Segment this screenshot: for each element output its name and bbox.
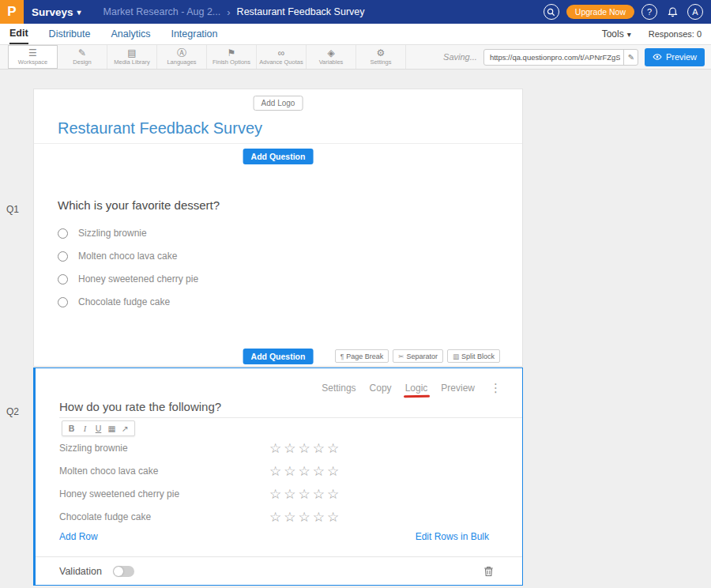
validation-label: Validation: [59, 566, 102, 577]
rating-row-label[interactable]: Honey sweetened cherry pie: [59, 488, 269, 499]
question-copy-action[interactable]: Copy: [370, 383, 392, 394]
block-action-buttons: ¶ Page Break ✂ Separator ▥ Split Block: [335, 349, 500, 363]
survey-block-2-selected[interactable]: Settings Copy Logic Preview ⋮ How do you…: [33, 368, 523, 586]
rating-row: Honey sweetened cherry pie ☆☆☆☆☆: [59, 485, 502, 503]
add-question-button-bottom[interactable]: Add Question: [243, 349, 314, 364]
validation-toggle[interactable]: [113, 566, 134, 577]
settings-gear-icon: ⚙: [377, 48, 386, 58]
surveys-menu[interactable]: Surveys ▾: [32, 6, 81, 18]
star-rating-icons[interactable]: ☆☆☆☆☆: [269, 440, 341, 457]
add-logo-button[interactable]: Add Logo: [254, 96, 303, 111]
question-mark-icon: ?: [647, 7, 652, 17]
toolbar-item-languages[interactable]: Ⓐ Languages: [157, 45, 207, 69]
question-logic-action[interactable]: Logic: [405, 383, 428, 394]
survey-url-input[interactable]: [483, 49, 638, 66]
edit-url-pencil-icon[interactable]: ✎: [623, 49, 638, 66]
option-label: Honey sweetened cherry pie: [78, 273, 198, 285]
survey-title[interactable]: Restaurant Feedback Survey: [58, 119, 262, 138]
star-rating-icons[interactable]: ☆☆☆☆☆: [269, 463, 341, 480]
breadcrumb: Market Research - Aug 2... › Restaurant …: [103, 6, 365, 18]
bell-icon: [667, 6, 679, 18]
survey-block-1: Add Logo Restaurant Feedback Survey Add …: [33, 89, 523, 367]
delete-question-button[interactable]: [483, 566, 494, 577]
tab-analytics[interactable]: Analytics: [111, 24, 150, 44]
edit-rows-in-bulk-link[interactable]: Edit Rows in Bulk: [416, 531, 489, 542]
answer-option[interactable]: Honey sweetened cherry pie: [58, 273, 198, 285]
preview-label: Preview: [666, 52, 697, 62]
workspace-icon: ☰: [28, 48, 37, 58]
rating-row: Chocolate fudge cake ☆☆☆☆☆: [59, 508, 502, 526]
search-button[interactable]: [544, 4, 559, 20]
tab-edit[interactable]: Edit: [9, 24, 28, 44]
italic-button[interactable]: I: [78, 424, 92, 433]
design-icon: ✎: [78, 48, 86, 58]
question-actions: Settings Copy Logic Preview ⋮: [322, 381, 502, 395]
toolbar-item-workspace[interactable]: ☰ Workspace: [8, 45, 58, 69]
toolbar-item-label: Variables: [319, 58, 344, 66]
question-footer-divider: [36, 556, 522, 557]
option-label: Molten choco lava cake: [78, 251, 177, 262]
add-row-link[interactable]: Add Row: [59, 531, 98, 542]
account-avatar[interactable]: A: [687, 4, 703, 20]
question-settings-action[interactable]: Settings: [322, 383, 356, 394]
page-break-icon: ¶: [340, 352, 344, 360]
add-question-button-top[interactable]: Add Question: [243, 149, 314, 164]
upgrade-now-button[interactable]: Upgrade Now: [566, 5, 634, 19]
radio-icon[interactable]: [58, 251, 68, 262]
notifications-button[interactable]: [664, 4, 680, 20]
toolbar-item-label: Finish Options: [213, 58, 250, 66]
answer-option[interactable]: Chocolate fudge cake: [58, 296, 170, 308]
rating-row-label[interactable]: Sizzling brownie: [59, 443, 269, 454]
underline-button[interactable]: U: [92, 424, 105, 433]
header-divider: [34, 143, 522, 144]
insert-image-icon[interactable]: ▦: [105, 424, 118, 433]
toolbar-item-advance-quotas[interactable]: ∞ Advance Quotas: [257, 45, 307, 69]
star-rating-icons[interactable]: ☆☆☆☆☆: [269, 509, 341, 526]
option-label: Chocolate fudge cake: [78, 296, 170, 307]
answer-option[interactable]: Sizzling brownie: [58, 227, 147, 239]
radio-icon[interactable]: [58, 274, 68, 285]
split-block-icon: ▥: [453, 352, 459, 360]
question-2-text[interactable]: How do you rate the following?: [59, 400, 221, 413]
question-text-underline: [59, 417, 522, 418]
toolbar-item-variables[interactable]: ◈ Variables: [307, 45, 356, 69]
question-1-text[interactable]: Which is your favorite dessert?: [58, 198, 220, 212]
toolbar-item-settings[interactable]: ⚙ Settings: [356, 45, 406, 69]
eye-icon: [653, 52, 662, 62]
answer-option[interactable]: Molten choco lava cake: [58, 250, 177, 262]
tools-menu[interactable]: Tools ▾: [602, 28, 631, 40]
survey-canvas: Q1 Q2 Add Logo Restaurant Feedback Surve…: [0, 70, 711, 588]
separator-button[interactable]: ✂ Separator: [393, 349, 443, 363]
radio-icon[interactable]: [58, 228, 68, 239]
toolbar-item-finish-options[interactable]: ⚑ Finish Options: [207, 45, 257, 69]
editor-toolbar: ☰ Workspace ✎ Design ▤ Media Library Ⓐ L…: [0, 45, 711, 70]
trash-icon: [483, 566, 494, 577]
rating-row-label[interactable]: Molten choco lava cake: [59, 466, 269, 477]
preview-button[interactable]: Preview: [645, 48, 705, 66]
section-nav: Edit Distribute Analytics Integration To…: [0, 24, 711, 45]
breadcrumb-parent[interactable]: Market Research - Aug 2...: [103, 6, 221, 17]
insert-link-icon[interactable]: ↗: [118, 424, 132, 433]
star-rating-icons[interactable]: ☆☆☆☆☆: [269, 486, 341, 503]
advance-quotas-icon: ∞: [278, 48, 285, 58]
toolbar-item-design[interactable]: ✎ Design: [58, 45, 107, 69]
tab-distribute[interactable]: Distribute: [49, 24, 91, 44]
responses-count[interactable]: Responses: 0: [649, 29, 702, 39]
split-block-button[interactable]: ▥ Split Block: [447, 349, 500, 363]
page-break-button[interactable]: ¶ Page Break: [335, 349, 389, 363]
help-button[interactable]: ?: [641, 4, 657, 20]
chevron-down-icon: ▾: [627, 30, 631, 39]
question-preview-action[interactable]: Preview: [441, 383, 475, 394]
bold-button[interactable]: B: [65, 424, 78, 433]
more-options-icon[interactable]: ⋮: [490, 381, 502, 395]
radio-icon[interactable]: [58, 297, 68, 307]
toolbar-item-label: Workspace: [18, 58, 47, 66]
questionpro-logo[interactable]: P: [0, 0, 24, 24]
question-2-label: Q2: [6, 406, 19, 417]
toolbar-item-media-library[interactable]: ▤ Media Library: [107, 45, 157, 69]
toolbar-right: Saving... ✎ Preview: [443, 45, 711, 69]
toolbar-item-label: Languages: [167, 58, 196, 66]
page-break-label: Page Break: [346, 352, 383, 360]
rating-row-label[interactable]: Chocolate fudge cake: [59, 511, 269, 522]
tab-integration[interactable]: Integration: [171, 24, 217, 44]
